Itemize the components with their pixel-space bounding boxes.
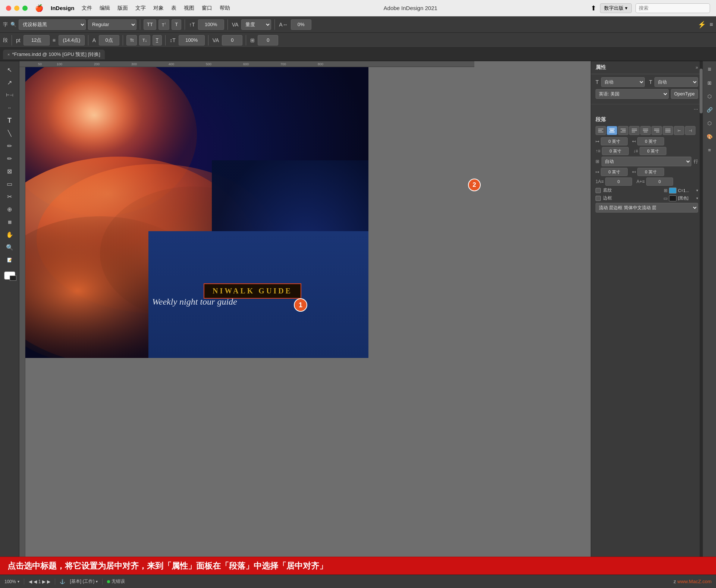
pen-tool[interactable]: ✏ xyxy=(3,140,16,151)
align-justify-all-button[interactable] xyxy=(663,126,673,135)
t-button[interactable]: T xyxy=(172,19,181,30)
grid-input[interactable] xyxy=(258,35,278,45)
align-right-button[interactable] xyxy=(618,126,628,135)
styles-icon[interactable]: ≡ xyxy=(704,145,715,155)
baseline-input[interactable] xyxy=(99,35,119,45)
space-after-input[interactable] xyxy=(640,147,666,155)
panel-scroll-thumb[interactable] xyxy=(700,69,703,113)
menu-table[interactable]: 表 xyxy=(171,5,176,12)
vert-scale-input[interactable] xyxy=(179,35,205,45)
nav-last-icon[interactable]: ▶ xyxy=(47,579,50,584)
menu-view[interactable]: 视图 xyxy=(184,5,194,12)
leading-input[interactable] xyxy=(59,35,85,45)
font-size-input[interactable] xyxy=(198,19,224,30)
rectangle-frame-tool[interactable]: ⊠ xyxy=(3,166,16,177)
align-left-button[interactable] xyxy=(596,126,606,135)
panel-expand-icon[interactable]: » xyxy=(695,65,698,70)
layout-selector[interactable]: [基本] (工作) ▾ xyxy=(70,578,98,585)
tracking-input[interactable] xyxy=(291,19,311,30)
gap-tool[interactable]: ↔ xyxy=(3,102,16,113)
minimize-button[interactable] xyxy=(14,6,19,11)
t-under-button[interactable]: T̲ xyxy=(153,35,162,45)
layout-arrow[interactable]: ▾ xyxy=(96,579,98,584)
menu-file[interactable]: 文件 xyxy=(82,5,92,12)
para-style-select[interactable]: 流动 层边框 简体中文流动 层 xyxy=(596,203,698,213)
char-auto-select1[interactable]: 自动 xyxy=(601,77,645,87)
underline-checkbox[interactable] xyxy=(596,188,601,193)
free-transform-tool[interactable]: ⊕ xyxy=(3,204,16,215)
menu-indesign[interactable]: InDesign xyxy=(51,5,74,11)
more-options-icon[interactable]: ··· xyxy=(694,106,698,112)
page-nav[interactable]: ◀ ◀ 1 ▶ ▶ xyxy=(29,579,51,584)
share-icon[interactable]: ⬆ xyxy=(591,4,596,12)
properties-icon[interactable]: ≡ xyxy=(704,64,715,75)
underline-color-swatch[interactable] xyxy=(669,188,676,194)
align-center-button[interactable] xyxy=(607,126,617,135)
measure-select[interactable]: 量度 xyxy=(241,19,271,30)
canvas-area[interactable]: 50 100 200 300 400 500 600 700 800 xyxy=(19,61,591,557)
tt-button2[interactable]: T↑ xyxy=(158,19,169,30)
tab-close-icon[interactable]: × xyxy=(7,52,10,57)
panel-settings-icon[interactable]: ≡ xyxy=(710,21,713,28)
char-auto-select2[interactable]: 自动 xyxy=(654,77,698,87)
maximize-button[interactable] xyxy=(22,6,28,11)
indent-left-input[interactable] xyxy=(601,137,628,145)
selection-tool[interactable]: ↖ xyxy=(3,64,16,75)
color-icon[interactable]: 🎨 xyxy=(704,131,715,142)
rectangle-tool[interactable]: ▭ xyxy=(3,178,16,189)
indent-right-input[interactable] xyxy=(637,137,664,145)
page-number[interactable]: 1 xyxy=(38,579,41,584)
font-family-select[interactable]: 优设标题黑 xyxy=(19,19,86,30)
hand-tool[interactable]: ✋ xyxy=(3,229,16,240)
menu-window[interactable]: 窗口 xyxy=(202,5,212,12)
nav-next-icon[interactable]: ▶ xyxy=(42,579,45,584)
zoom-control[interactable]: 100% ▾ xyxy=(4,579,19,584)
underline-color-arrow[interactable]: ▾ xyxy=(696,188,698,192)
menu-help[interactable]: 帮助 xyxy=(220,5,230,12)
menu-edit[interactable]: 编辑 xyxy=(100,5,110,12)
opentype-button[interactable]: OpenType xyxy=(671,89,698,99)
direct-selection-tool[interactable]: ↗ xyxy=(3,77,16,88)
align-justify-left-button[interactable] xyxy=(629,126,640,135)
border-checkbox[interactable] xyxy=(596,196,601,201)
align-away-spine-button[interactable]: ⊣ xyxy=(685,126,695,135)
pencil-tool[interactable]: ✏ xyxy=(3,153,16,164)
align-toward-spine-button[interactable]: ⊢ xyxy=(674,126,684,135)
zoom-value[interactable]: 100% xyxy=(4,579,16,584)
nav-first-icon[interactable]: ◀ xyxy=(29,579,32,584)
scissors-tool[interactable]: ✂ xyxy=(3,191,16,202)
pages-icon[interactable]: ⬡ xyxy=(704,118,715,128)
page-tool[interactable]: ⊢⊣ xyxy=(3,89,16,101)
align-justify-center-button[interactable] xyxy=(640,126,651,135)
hyphen-input1[interactable] xyxy=(605,177,632,186)
menu-layout[interactable]: 版面 xyxy=(117,5,128,12)
drop-cap-select[interactable]: 自动 xyxy=(602,157,691,166)
align-justify-right-button[interactable] xyxy=(651,126,662,135)
tt-button1[interactable]: TT xyxy=(144,19,156,30)
type-tool[interactable]: T xyxy=(3,115,16,126)
dropcap-chars-input[interactable] xyxy=(637,168,664,176)
border-color-arrow[interactable]: ▾ xyxy=(696,196,698,200)
close-button[interactable] xyxy=(6,6,11,11)
digital-pub-button[interactable]: 数字出版 ▾ xyxy=(600,3,632,13)
search-input[interactable] xyxy=(635,3,710,13)
border-color-swatch[interactable] xyxy=(669,195,676,201)
pt-size-input[interactable] xyxy=(23,35,50,45)
canvas-subtitle[interactable]: Weekly night tour guide xyxy=(152,297,237,307)
tt-small-button[interactable]: Tt xyxy=(126,35,137,45)
canvas-title-box[interactable]: NIWALK GUIDE xyxy=(204,283,301,299)
zoom-arrow[interactable]: ▾ xyxy=(18,579,19,584)
hyphen-input2[interactable] xyxy=(646,177,673,186)
nav-prev-icon[interactable]: ◀ xyxy=(34,579,37,584)
lightning-icon[interactable]: ⚡ xyxy=(698,21,706,29)
note-tool[interactable]: 📝 xyxy=(3,254,16,265)
dropcap-lines-input[interactable] xyxy=(601,168,628,176)
layers-icon[interactable]: ⬡ xyxy=(704,91,715,101)
zoom-tool[interactable]: 🔍 xyxy=(3,242,16,253)
menu-text[interactable]: 文字 xyxy=(135,5,146,12)
lang-select[interactable]: 英语: 美国 xyxy=(596,89,669,99)
color-fill[interactable] xyxy=(4,271,15,280)
t-sub-button[interactable]: T↓ xyxy=(139,35,150,45)
links-icon[interactable]: 🔗 xyxy=(704,104,715,115)
gradient-tool[interactable]: ▦ xyxy=(3,216,16,227)
